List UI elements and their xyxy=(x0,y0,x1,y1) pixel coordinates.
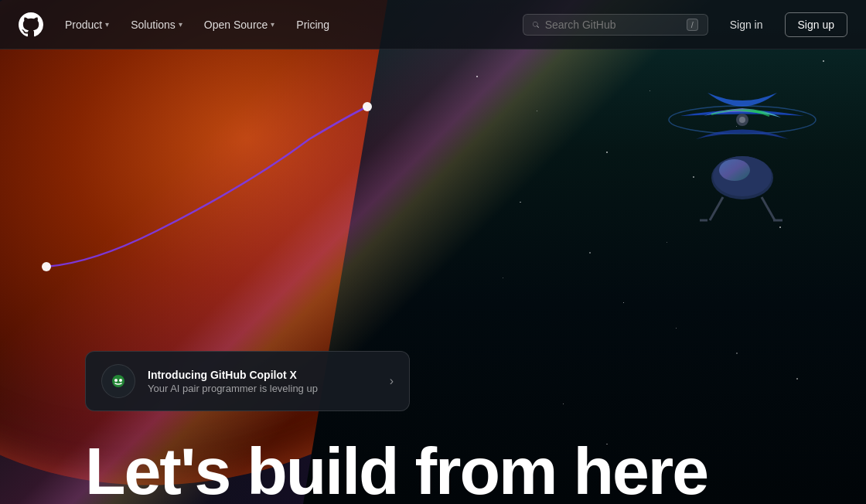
headline-text: Let's build from here xyxy=(85,434,707,504)
banner-text: Introducing GitHub Copilot X Your AI pai… xyxy=(148,369,377,394)
svg-line-8 xyxy=(710,197,723,220)
navbar: Product ▾ Solutions ▾ Open Source ▾ Pric… xyxy=(0,0,866,49)
stars-layer xyxy=(0,0,866,504)
signin-button[interactable]: Sign in xyxy=(718,13,776,36)
nav-link-product[interactable]: Product ▾ xyxy=(56,12,118,37)
copilot-icon xyxy=(101,364,135,398)
search-input[interactable] xyxy=(545,19,680,31)
solutions-chevron: ▾ xyxy=(179,20,182,29)
banner-subtitle: Your AI pair programmer is leveling up xyxy=(148,383,377,394)
nav-link-open-source[interactable]: Open Source ▾ xyxy=(195,12,285,37)
copilot-logo-icon xyxy=(109,372,128,390)
copilot-banner[interactable]: Introducing GitHub Copilot X Your AI pai… xyxy=(85,351,410,411)
solutions-label: Solutions xyxy=(131,19,176,31)
search-box[interactable]: / xyxy=(523,14,708,36)
svg-line-9 xyxy=(762,197,775,220)
product-label: Product xyxy=(65,19,102,31)
search-icon xyxy=(533,19,539,31)
hero-headline: Let's build from here xyxy=(85,438,866,504)
product-chevron: ▾ xyxy=(105,20,109,29)
banner-arrow-icon: › xyxy=(390,374,394,388)
nav-link-pricing[interactable]: Pricing xyxy=(287,12,339,37)
search-key-badge: / xyxy=(687,19,698,31)
drone-illustration xyxy=(642,77,843,247)
svg-point-5 xyxy=(719,159,750,181)
svg-point-14 xyxy=(119,379,122,382)
svg-point-7 xyxy=(739,117,745,123)
github-logo[interactable] xyxy=(19,12,43,37)
svg-point-13 xyxy=(114,379,118,382)
pricing-label: Pricing xyxy=(296,19,329,31)
nav-right: / Sign in Sign up xyxy=(523,12,847,37)
signup-button[interactable]: Sign up xyxy=(785,12,847,37)
nav-link-solutions[interactable]: Solutions ▾ xyxy=(121,12,192,37)
hero-background xyxy=(0,0,866,504)
open-source-chevron: ▾ xyxy=(271,20,274,29)
svg-rect-12 xyxy=(112,375,124,387)
nav-links: Product ▾ Solutions ▾ Open Source ▾ Pric… xyxy=(56,12,523,37)
open-source-label: Open Source xyxy=(204,19,268,31)
banner-title: Introducing GitHub Copilot X xyxy=(148,369,377,381)
